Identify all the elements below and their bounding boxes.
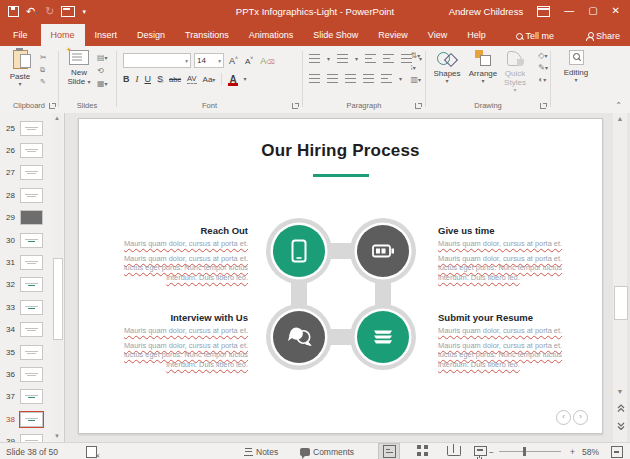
- shapes-button[interactable]: Shapes ▾: [430, 50, 464, 84]
- ribbon-display-options-icon[interactable]: [537, 6, 550, 17]
- tab-transitions[interactable]: Transitions: [175, 24, 239, 46]
- tab-design[interactable]: Design: [127, 24, 175, 46]
- thumbnail-preview[interactable]: [20, 322, 43, 337]
- scroll-up-icon[interactable]: ▲: [613, 113, 627, 125]
- user-name[interactable]: Andrew Childress: [449, 6, 523, 17]
- slide-nav-next-button[interactable]: ›: [573, 410, 588, 425]
- thumb-scroll-down-icon[interactable]: ▼: [52, 431, 62, 442]
- decrease-font-size-icon[interactable]: A˅: [243, 55, 255, 66]
- increase-font-size-icon[interactable]: A˄: [227, 55, 240, 66]
- align-text-icon[interactable]: ⁞▾: [410, 63, 421, 72]
- scroll-thumb[interactable]: [614, 286, 628, 320]
- hiring-process-diagram[interactable]: [256, 207, 426, 381]
- zoom-slider-thumb[interactable]: [523, 447, 526, 456]
- tab-help[interactable]: Help: [457, 24, 496, 46]
- character-spacing-icon[interactable]: AV: [187, 74, 196, 84]
- zoom-in-button[interactable]: +: [570, 443, 575, 459]
- font-name-combobox[interactable]: ▾: [123, 53, 191, 68]
- align-center-icon[interactable]: [327, 74, 338, 83]
- justify-icon[interactable]: [363, 74, 374, 83]
- tab-insert[interactable]: Insert: [85, 24, 128, 46]
- process-block-reach-out[interactable]: Reach OutMauris quam dolor, cursus at po…: [114, 225, 248, 288]
- strikethrough-button[interactable]: abc: [169, 75, 181, 84]
- slide-layout-icon[interactable]: ▤▾: [97, 53, 108, 62]
- process-block-give-us-time[interactable]: Give us timeMauris quam dolor, cursus at…: [438, 225, 572, 288]
- collapse-ribbon-icon[interactable]: ⌃: [615, 101, 622, 110]
- previous-slide-button[interactable]: [613, 402, 627, 416]
- italic-button[interactable]: I: [136, 74, 139, 84]
- paragraph-dialog-launcher[interactable]: [415, 103, 422, 110]
- shape-fill-icon[interactable]: ◇▾: [538, 51, 548, 60]
- slide-title[interactable]: Our Hiring Process: [79, 141, 602, 161]
- save-icon[interactable]: [8, 6, 19, 17]
- slideshow-view-button[interactable]: [470, 443, 490, 458]
- process-block-interview-with-us[interactable]: Interview with UsMauris quam dolor, curs…: [114, 312, 248, 375]
- section-icon[interactable]: ▦▾: [97, 79, 108, 88]
- clear-formatting-icon[interactable]: A⌫: [258, 56, 277, 66]
- fit-slide-to-window-button[interactable]: [611, 443, 623, 459]
- bold-button[interactable]: B: [123, 74, 130, 84]
- normal-view-button[interactable]: [378, 443, 400, 459]
- text-direction-icon[interactable]: ⇅▾: [410, 51, 421, 60]
- maximize-button[interactable]: ▢: [588, 6, 597, 16]
- thumbnail-preview[interactable]: [20, 255, 43, 270]
- align-left-icon[interactable]: [309, 74, 320, 83]
- tab-file[interactable]: File: [0, 24, 41, 46]
- underline-button[interactable]: U: [145, 74, 152, 84]
- slide-sorter-view-button[interactable]: [412, 443, 432, 458]
- clipboard-dialog-launcher[interactable]: [49, 103, 56, 110]
- diagram-node-submit-resume[interactable]: [350, 304, 416, 370]
- thumbnail-preview[interactable]: [20, 188, 43, 203]
- thumbnail-preview[interactable]: [20, 143, 43, 158]
- drawing-dialog-launcher[interactable]: [540, 103, 547, 110]
- format-painter-icon[interactable]: ✎: [40, 78, 47, 86]
- thumb-scroll-thumb[interactable]: [53, 258, 63, 340]
- decrease-indent-icon[interactable]: [365, 54, 376, 63]
- thumbnail-preview[interactable]: [20, 300, 43, 315]
- thumb-scroll-up-icon[interactable]: ▲: [52, 113, 62, 124]
- font-dialog-launcher[interactable]: [292, 103, 299, 110]
- smartart-icon[interactable]: ▥▾: [410, 75, 421, 84]
- diagram-node-give-us-time[interactable]: [350, 218, 416, 284]
- tell-me-box[interactable]: Tell me: [516, 31, 554, 41]
- slide-canvas[interactable]: Our Hiring Process Reach OutMauris quam …: [78, 118, 603, 434]
- minimize-button[interactable]: —: [564, 6, 574, 16]
- tab-view[interactable]: View: [418, 24, 457, 46]
- numbering-icon[interactable]: [337, 54, 348, 63]
- scroll-down-icon[interactable]: ▼: [613, 386, 627, 398]
- columns-icon[interactable]: [381, 74, 392, 83]
- change-case-icon[interactable]: Aa▾: [203, 75, 216, 84]
- thumbnail-preview[interactable]: [20, 277, 43, 292]
- bullets-icon[interactable]: [309, 54, 320, 63]
- zoom-level[interactable]: 58%: [582, 443, 599, 459]
- tab-home[interactable]: Home: [41, 24, 85, 46]
- customize-qat-icon[interactable]: ▾: [82, 8, 86, 15]
- copy-icon[interactable]: ⧉: [40, 66, 47, 74]
- diagram-node-interview[interactable]: [266, 304, 332, 370]
- comments-button[interactable]: Comments: [300, 443, 354, 459]
- slide-nav-previous-button[interactable]: ‹: [556, 410, 571, 425]
- zoom-out-button[interactable]: −: [489, 443, 494, 459]
- thumbnail-preview[interactable]: [20, 345, 43, 360]
- notes-button[interactable]: Notes: [244, 443, 278, 459]
- font-size-combobox[interactable]: 14▾: [194, 53, 224, 68]
- thumbnail-preview[interactable]: [20, 389, 43, 404]
- workspace-scrollbar[interactable]: ▲ ▼: [613, 113, 627, 442]
- spellcheck-icon[interactable]: [86, 443, 97, 459]
- editing-button[interactable]: Editing ▾: [559, 50, 593, 83]
- next-slide-button[interactable]: [613, 420, 627, 434]
- zoom-slider[interactable]: [499, 443, 561, 459]
- tab-slide-show[interactable]: Slide Show: [303, 24, 368, 46]
- process-block-submit-your-resume[interactable]: Submit your ResumeMauris quam dolor, cur…: [438, 312, 572, 375]
- thumbnail-preview[interactable]: [20, 233, 43, 248]
- undo-icon[interactable]: ↶▾: [26, 6, 38, 17]
- shape-outline-icon[interactable]: ✎▾: [538, 63, 548, 72]
- thumbnail-preview[interactable]: [20, 367, 43, 382]
- shape-effects-icon[interactable]: ◐▾: [538, 75, 548, 84]
- tab-animations[interactable]: Animations: [239, 24, 304, 46]
- tab-review[interactable]: Review: [368, 24, 418, 46]
- thumbnail-preview[interactable]: [20, 210, 43, 225]
- paste-button[interactable]: Paste ▾: [5, 50, 35, 87]
- cut-icon[interactable]: ✂: [40, 53, 47, 62]
- align-right-icon[interactable]: [345, 74, 356, 83]
